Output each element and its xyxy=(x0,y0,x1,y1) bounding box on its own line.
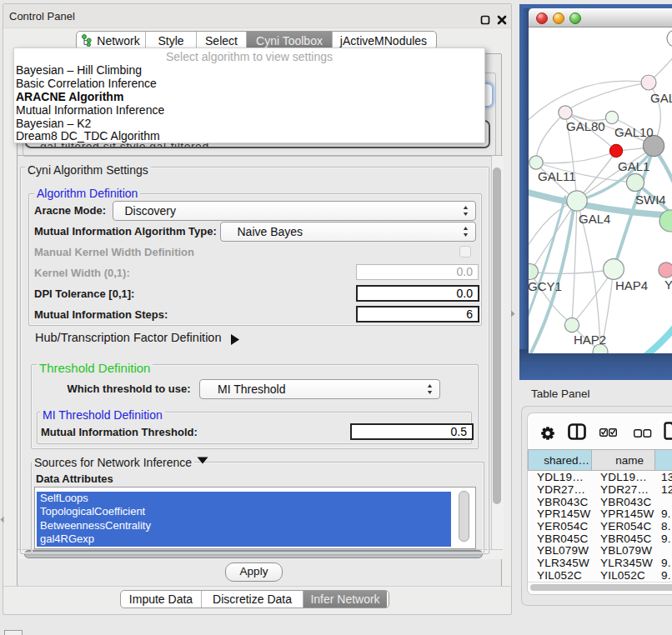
svg-text:YE: YE xyxy=(664,278,672,292)
svg-text:GAL4: GAL4 xyxy=(579,212,610,226)
svg-text:HAP2: HAP2 xyxy=(574,332,606,347)
svg-text:SWI4: SWI4 xyxy=(635,192,666,207)
svg-text:GAL1: GAL1 xyxy=(618,159,649,173)
svg-text:GCY1: GCY1 xyxy=(529,279,562,293)
svg-text:GAL80: GAL80 xyxy=(566,119,605,133)
svg-text:HAP4: HAP4 xyxy=(615,278,648,292)
svg-text:GAL11: GAL11 xyxy=(538,169,576,183)
svg-text:GAL10: GAL10 xyxy=(614,125,654,139)
svg-text:GAL7: GAL7 xyxy=(650,91,672,105)
